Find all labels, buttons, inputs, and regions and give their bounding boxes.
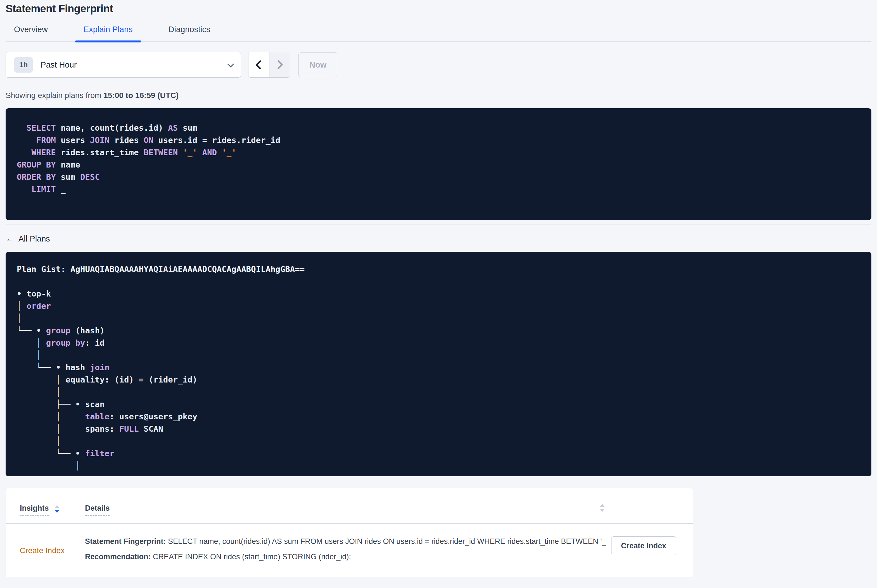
tab-explain-plans[interactable]: Explain Plans <box>75 25 141 41</box>
code-line: │ <box>17 435 860 447</box>
sort-down-icon <box>600 509 605 512</box>
code-line: Plan Gist: AgHUAQIABQAAAAHYAQIAiAEAAAADC… <box>17 263 860 275</box>
tab-bar: Overview Explain Plans Diagnostics <box>6 25 871 42</box>
create-index-button[interactable]: Create Index <box>611 536 676 555</box>
next-time-button[interactable] <box>269 52 290 77</box>
column-header-insights-cell: Insights <box>20 504 85 516</box>
code-line: │ <box>17 312 860 324</box>
range-summary: Showing explain plans from 15:00 to 16:5… <box>6 91 871 100</box>
sort-icon-insights[interactable] <box>54 504 60 513</box>
column-header-insights[interactable]: Insights <box>20 504 49 516</box>
all-plans-link[interactable]: ← All Plans <box>6 234 50 243</box>
chevron-right-icon <box>274 59 285 70</box>
prev-time-button[interactable] <box>248 52 269 77</box>
code-line: GROUP BY name <box>17 159 860 171</box>
code-line: │ <box>17 460 860 472</box>
range-summary-times: 15:00 to 16:59 (UTC) <box>104 91 179 100</box>
code-line: WHERE rides.start_time BETWEEN '_' AND '… <box>17 146 860 159</box>
now-button[interactable]: Now <box>298 52 337 77</box>
section-divider <box>6 225 871 225</box>
code-line: └── • group (hash) <box>17 324 860 337</box>
code-line: • top-k <box>17 288 860 300</box>
tab-diagnostics[interactable]: Diagnostics <box>160 25 219 41</box>
insights-table-card: Insights Details Create Index Statement … <box>6 488 693 578</box>
time-range-badge: 1h <box>14 57 33 73</box>
code-line: │ equality: (id) = (rider_id) <box>17 374 860 386</box>
recommendation-line: Recommendation: CREATE INDEX ON rides (s… <box>85 552 606 561</box>
code-line: LIMIT _ <box>17 183 860 195</box>
all-plans-label: All Plans <box>18 234 50 243</box>
statement-fingerprint-label: Statement Fingerprint: <box>85 537 166 546</box>
chevron-down-icon <box>227 61 234 67</box>
statement-fingerprint-text: SELECT name, count(rides.id) AS sum FROM… <box>168 537 606 546</box>
code-line: FROM users JOIN rides ON users.id = ride… <box>17 134 860 146</box>
column-header-details-cell: Details <box>85 504 110 513</box>
recommendation-text: CREATE INDEX ON rides (start_time) STORI… <box>153 552 351 561</box>
sql-statement-block: SELECT name, count(rides.id) AS sum FROM… <box>6 108 871 220</box>
table-row: Create Index Statement Fingerprint: SELE… <box>6 524 693 569</box>
code-line: │ <box>17 386 860 398</box>
code-line <box>17 275 860 288</box>
column-header-details[interactable]: Details <box>85 504 110 516</box>
page-title: Statement Fingerprint <box>6 0 871 15</box>
range-summary-prefix: Showing explain plans from <box>6 91 104 100</box>
time-controls: 1h Past Hour Now <box>6 52 871 78</box>
insights-table-header: Insights Details <box>6 488 693 524</box>
code-line: │ table: users@users_pkey <box>17 410 860 423</box>
statement-fingerprint-line: Statement Fingerprint: SELECT name, coun… <box>85 537 606 546</box>
sort-down-icon <box>54 510 60 513</box>
plan-gist-block: Plan Gist: AgHUAQIABQAAAAHYAQIAiAEAAAADC… <box>6 252 871 476</box>
statement-fingerprint-page: Statement Fingerprint Overview Explain P… <box>0 0 877 578</box>
time-pager <box>248 52 290 78</box>
sort-up-icon <box>600 504 605 507</box>
code-line: │ <box>17 349 860 361</box>
recommendation-label: Recommendation: <box>85 552 151 561</box>
sort-icon-details[interactable] <box>600 503 605 512</box>
tab-overview[interactable]: Overview <box>6 25 56 41</box>
code-line: │ order <box>17 300 860 312</box>
back-arrow-icon: ← <box>6 234 14 243</box>
code-line: └── • filter <box>17 447 860 460</box>
code-line: ├── • scan <box>17 398 860 410</box>
code-line: ORDER BY sum DESC <box>17 171 860 183</box>
code-line: └── • hash join <box>17 361 860 374</box>
sort-up-icon <box>54 505 60 508</box>
code-line: SELECT name, count(rides.id) AS sum <box>17 122 860 134</box>
time-range-picker[interactable]: 1h Past Hour <box>6 52 241 78</box>
insight-details-cell: Statement Fingerprint: SELECT name, coun… <box>85 537 606 569</box>
insight-type-link[interactable]: Create Index <box>20 537 85 569</box>
code-line: │ spans: FULL SCAN <box>17 423 860 435</box>
chevron-left-icon <box>253 59 265 70</box>
code-line: │ group by: id <box>17 337 860 349</box>
time-range-label: Past Hour <box>41 60 77 69</box>
